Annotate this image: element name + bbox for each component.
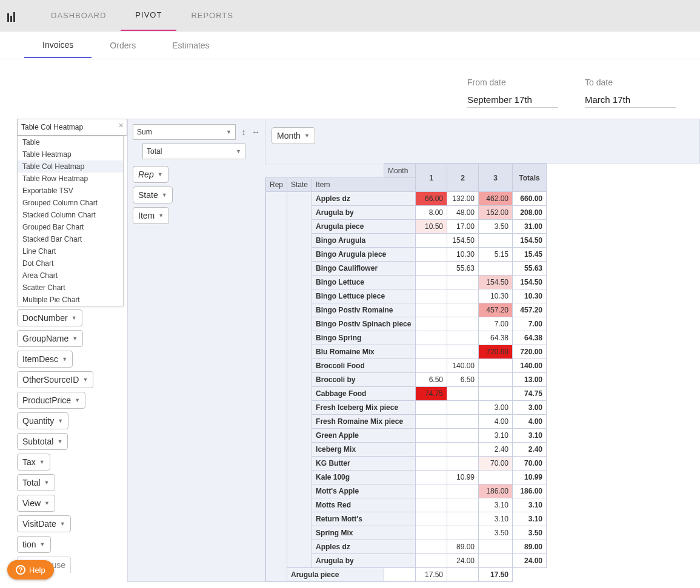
item-cell: Bingo Arugula (312, 234, 416, 248)
aggregator-attr-select[interactable]: Total▼ (142, 144, 245, 159)
field-pill-quantity[interactable]: Quantity▼ (17, 412, 68, 429)
value-cell (447, 345, 479, 359)
total-cell: 720.00 (513, 345, 547, 359)
value-cell (416, 540, 447, 554)
chevron-down-icon: ▼ (162, 192, 167, 198)
field-pill-groupname[interactable]: GroupName▼ (17, 330, 83, 347)
item-cell: KG Butter (312, 457, 416, 471)
sub-nav: Invoices Orders Estimates (0, 31, 700, 59)
field-pill-subtotal[interactable]: Subtotal▼ (17, 433, 68, 450)
item-cell: Fresh Iceberg Mix piece (312, 401, 416, 415)
row-attr-state[interactable]: State▼ (133, 187, 173, 203)
value-cell: 10.50 (416, 220, 447, 234)
col-attr-month[interactable]: Month▼ (272, 127, 315, 144)
from-date-label: From date (467, 78, 558, 87)
month-col-3[interactable]: 3 (479, 164, 513, 192)
value-cell: 3.10 (479, 429, 513, 443)
sort-horiz-icon[interactable]: ↔ (252, 127, 260, 137)
renderer-option[interactable]: Table Col Heatmap (18, 160, 123, 173)
renderer-option[interactable]: Table (18, 136, 123, 148)
chevron-down-icon: ▼ (58, 418, 63, 424)
chevron-down-icon: ▼ (60, 521, 65, 527)
renderer-option[interactable]: Multiple Pie Chart (18, 294, 123, 306)
total-cell: 70.00 (513, 457, 547, 471)
value-cell (479, 234, 513, 248)
total-cell: 4.00 (513, 415, 547, 429)
top-nav: DASHBOARD PIVOT REPORTS (0, 0, 700, 31)
tab-estimates[interactable]: Estimates (154, 33, 227, 58)
chevron-down-icon: ▼ (39, 459, 45, 465)
value-cell (416, 303, 447, 317)
sort-vert-icon[interactable]: ↕ (239, 127, 248, 137)
value-cell: 55.63 (447, 262, 479, 276)
chevron-down-icon: ▼ (158, 171, 163, 177)
field-pill-partial[interactable]: tion▼ (17, 536, 51, 553)
question-icon: ? (16, 565, 25, 575)
field-pill-total[interactable]: Total▼ (17, 474, 55, 491)
renderer-option[interactable]: Stacked Column Chart (18, 209, 123, 221)
from-date-field[interactable]: From date September 17th (467, 78, 558, 108)
renderer-option[interactable]: Area Chart (18, 269, 123, 282)
nav-pivot[interactable]: PIVOT (121, 0, 176, 31)
nav-reports[interactable]: REPORTS (176, 1, 248, 30)
tab-invoices[interactable]: Invoices (24, 33, 92, 58)
pivot-area: Table Col Heatmap ✕ TableTable HeatmapTa… (0, 119, 700, 582)
item-cell: Spring Mix (312, 526, 416, 540)
value-cell (416, 457, 447, 471)
value-cell: 462.00 (479, 192, 513, 206)
value-cell (479, 471, 513, 484)
item-cell: Broccoli Food (312, 359, 416, 373)
aggregator-column: Sum▼ ↕ ↔ Total▼ Rep▼State▼Item▼ (127, 119, 265, 582)
value-cell: 186.00 (479, 484, 513, 498)
aggregator-select[interactable]: Sum▼ (133, 124, 236, 140)
total-cell: 154.50 (513, 234, 547, 248)
col-group-header: Month (384, 164, 416, 178)
month-col-1[interactable]: 1 (416, 164, 447, 192)
renderer-option[interactable]: Stacked Bar Chart (18, 233, 123, 245)
value-cell: 5.15 (479, 248, 513, 262)
field-pill-view[interactable]: View▼ (17, 495, 55, 512)
to-date-value: March 17th (585, 94, 676, 105)
row-header-state: State (287, 178, 312, 192)
month-col-2[interactable]: 2 (447, 164, 479, 192)
renderer-option[interactable]: Grouped Bar Chart (18, 221, 123, 233)
value-cell (416, 512, 447, 526)
value-cell (479, 262, 513, 276)
value-cell (416, 248, 447, 262)
renderer-option[interactable]: Table Heatmap (18, 148, 123, 160)
value-cell: 154.50 (447, 234, 479, 248)
field-pill-productprice[interactable]: ProductPrice▼ (17, 392, 85, 409)
help-label: Help (29, 566, 45, 575)
chevron-down-icon: ▼ (40, 541, 45, 547)
value-cell: 10.30 (447, 248, 479, 262)
value-cell: 132.00 (447, 192, 479, 206)
row-attr-rep[interactable]: Rep▼ (133, 166, 168, 183)
field-pill-docnumber[interactable]: DocNumber▼ (17, 309, 82, 326)
field-pill-itemdesc[interactable]: ItemDesc▼ (17, 351, 73, 368)
renderer-option[interactable]: Table Row Heatmap (18, 173, 123, 185)
renderer-option[interactable]: Dot Chart (18, 257, 123, 269)
from-date-value: September 17th (467, 94, 558, 105)
nav-dashboard[interactable]: DASHBOARD (36, 1, 121, 30)
tab-orders[interactable]: Orders (92, 33, 154, 58)
value-cell (447, 568, 479, 582)
renderer-select[interactable]: Table Col Heatmap ✕ (17, 119, 127, 136)
value-cell: 140.00 (447, 359, 479, 373)
value-cell (416, 526, 447, 540)
close-icon[interactable]: ✕ (118, 122, 124, 130)
renderer-option[interactable]: Line Chart (18, 245, 123, 257)
table-row: Apples dz66.00132.00462.00660.00 (266, 192, 547, 206)
renderer-option[interactable]: Grouped Column Chart (18, 197, 123, 209)
value-cell: 154.50 (479, 276, 513, 289)
to-date-field[interactable]: To date March 17th (585, 78, 676, 108)
field-pill-tax[interactable]: Tax▼ (17, 454, 50, 471)
field-pill-visitdate[interactable]: VisitDate▼ (17, 515, 71, 532)
renderer-option[interactable]: Exportable TSV (18, 185, 123, 197)
help-button[interactable]: ? Help (7, 560, 54, 580)
renderer-option[interactable]: Scatter Chart (18, 282, 123, 294)
row-attr-item[interactable]: Item▼ (133, 207, 169, 224)
bars-icon (7, 10, 19, 22)
value-cell (447, 429, 479, 443)
field-pill-othersourceid[interactable]: OtherSourceID▼ (17, 371, 93, 388)
value-cell (447, 401, 479, 415)
